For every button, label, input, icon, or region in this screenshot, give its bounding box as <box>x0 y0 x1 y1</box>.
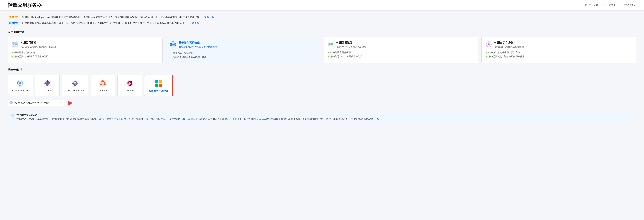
card-title-group-os: 基于操作系统镜像 服务器提供纯操作系统，手动搭建应用 <box>179 41 217 49</box>
promo-link-general[interactable]: 了解更多↗ <box>190 21 201 25</box>
card-subtitle-template: 服务器创建后启动模板自动构建应用 <box>20 45 56 48</box>
svg-rect-12 <box>13 44 14 45</box>
card-features-template: ✓开箱即用，简单方便 ✓推荐需要快速构建应用的用户使用 <box>12 51 158 59</box>
creation-card-container[interactable]: 使用容器镜像 基于Docker容器镜像构建应用 ✓快速部署容器化应用 ✓推荐熟悉… <box>324 37 478 63</box>
billing-icon: i <box>603 3 606 7</box>
promo-tag-general: 通用优惠 <box>8 21 20 25</box>
svg-rect-7 <box>622 4 623 5</box>
promo-text-special: 轻量应用服务器Lighthouse跨境电商用户专属优惠活动，免费提供固定独立的公… <box>22 15 202 19</box>
creation-method-section: 应用创建方式 <box>8 30 636 63</box>
svg-rect-66 <box>159 84 162 87</box>
external-link-icon-1: ↗ <box>214 16 216 18</box>
feature-item: ✓推荐熟悉Docker容器的用户使用 <box>328 55 474 59</box>
os-name-debian: Debian <box>126 89 134 92</box>
svg-rect-63 <box>155 80 158 83</box>
svg-point-71 <box>12 114 13 115</box>
os-cards-row: OpenCloudOS <box>8 75 636 96</box>
card-title-container: 使用容器镜像 <box>336 41 366 45</box>
os-image-icon <box>170 41 176 48</box>
red-arrow-svg <box>68 99 86 107</box>
card-title-group-container: 使用容器镜像 基于Docker容器镜像构建应用 <box>336 41 366 48</box>
os-card-windows[interactable]: Windows Server <box>144 75 173 96</box>
svg-point-33 <box>19 82 21 84</box>
os-name-windows: Windows Server <box>149 89 168 92</box>
page-title: 轻量应用服务器 <box>8 2 42 8</box>
os-section-info-icon[interactable]: i <box>20 68 23 71</box>
os-name-ubuntu: Ubuntu <box>99 89 107 92</box>
promo-banner-special: 专属优惠 轻量应用服务器Lighthouse跨境电商用户专属优惠活动，免费提供固… <box>8 15 636 19</box>
card-features-custom: ✓快速复制已构建应用，灵活高效 ✓推荐需要复制、迁移应用的用户使用 <box>486 51 632 59</box>
creation-card-custom[interactable]: 使用自定义镜像 使用自定义镜像快速构建应用 ✓快速复制已构建应用，灵活高效 ✓推… <box>482 37 636 63</box>
check-icon: ✓ <box>486 51 487 54</box>
card-subtitle-container: 基于Docker容器镜像构建应用 <box>336 45 366 48</box>
svg-rect-64 <box>159 80 162 83</box>
promo-banners: 专属优惠 轻量应用服务器Lighthouse跨境电商用户专属优惠活动，免费提供固… <box>8 15 636 25</box>
svg-rect-65 <box>155 84 158 87</box>
card-features-os: ✓灵活构建，随心所欲 ✓推荐具备较强技术能力的用户使用 <box>170 51 316 59</box>
svg-line-61 <box>104 84 105 84</box>
nav-docs[interactable]: 产品文档 <box>585 3 598 7</box>
feature-item: ✓快速部署容器化应用 <box>328 51 474 55</box>
os-card-debian[interactable]: Debian <box>117 75 142 96</box>
card-header-custom: 使用自定义镜像 使用自定义镜像快速构建应用 <box>486 41 632 48</box>
template-icon <box>12 41 18 48</box>
red-arrow-annotation <box>68 99 86 107</box>
document-icon <box>585 3 588 7</box>
info-box-text: Windows Server (DataCenter 64bit)是微软推出的W… <box>16 117 386 121</box>
svg-rect-11 <box>12 42 18 44</box>
os-name-opencloudos: OpenCloudOS <box>12 89 28 92</box>
check-icon: ✓ <box>170 55 172 58</box>
svg-line-60 <box>101 84 102 84</box>
card-header-template: 使用应用模板 服务器创建后启动模板自动构建应用 <box>12 41 158 48</box>
svg-point-27 <box>488 44 490 45</box>
creation-cards: 使用应用模板 服务器创建后启动模板自动构建应用 ✓开箱即用，简单方便 ✓推荐需要… <box>8 37 636 63</box>
opencloudos-icon <box>16 79 25 88</box>
os-card-centos[interactable]: CentOS <box>35 75 60 96</box>
windows-icon <box>154 79 163 88</box>
svg-rect-14 <box>15 44 17 45</box>
version-select-wrapper: Windows Server 2022 中文版 Windows Server 2… <box>8 100 64 106</box>
check-icon: ✓ <box>12 51 13 54</box>
card-title-os: 基于操作系统镜像 <box>179 41 217 45</box>
feature-item: ✓推荐需要复制、迁移应用的用户使用 <box>486 55 632 59</box>
card-title-group-template: 使用应用模板 服务器创建后启动模板自动构建应用 <box>20 41 56 48</box>
os-mirror-section: 系统镜像 i <box>8 68 636 124</box>
nav-billing[interactable]: i 计费说明 <box>603 3 616 7</box>
card-header-os: 基于操作系统镜像 服务器提供纯操作系统，手动搭建应用 <box>170 41 316 49</box>
card-header-container: 使用容器镜像 基于Docker容器镜像构建应用 <box>328 41 474 48</box>
svg-rect-13 <box>13 45 15 45</box>
creation-card-template[interactable]: 使用应用模板 服务器创建后启动模板自动构建应用 ✓开箱即用，简单方便 ✓推荐需要… <box>8 37 162 63</box>
os-card-centos-stream[interactable]: CentOS Stream <box>62 75 88 96</box>
promo-banner-general: 通用优惠 轻量数据库服务新购享超低折扣；轻量DDoS高防包优惠低至0.6折起，1… <box>8 21 636 25</box>
container-icon <box>328 41 334 48</box>
svg-rect-23 <box>332 43 333 45</box>
os-card-opencloudos[interactable]: OpenCloudOS <box>8 75 33 96</box>
svg-rect-22 <box>331 43 332 45</box>
main-content: 专属优惠 轻量应用服务器Lighthouse跨境电商用户专属优惠活动，免费提供固… <box>0 10 644 133</box>
creation-section-title: 应用创建方式 <box>8 30 636 34</box>
promo-tag-special: 专属优惠 <box>8 15 20 19</box>
card-subtitle-os: 服务器提供纯操作系统，手动搭建应用 <box>179 45 217 49</box>
os-card-ubuntu[interactable]: Ubuntu <box>91 75 115 96</box>
check-icon: ✓ <box>486 55 487 58</box>
check-icon: ✓ <box>328 51 329 54</box>
card-title-template: 使用应用模板 <box>20 41 56 45</box>
centos-icon <box>43 79 52 88</box>
feature-item: ✓推荐具备较强技术能力的用户使用 <box>170 55 316 59</box>
check-icon: ✓ <box>170 51 172 54</box>
card-features-container: ✓快速部署容器化应用 ✓推荐熟悉Docker容器的用户使用 <box>328 51 474 59</box>
svg-text:i: i <box>604 4 604 6</box>
feature-item: ✓灵活构建，随心所欲 <box>170 51 316 55</box>
card-title-custom: 使用自定义镜像 <box>494 41 524 45</box>
svg-point-53 <box>74 83 76 84</box>
page-wrapper: 轻量应用服务器 产品文档 i <box>0 0 644 220</box>
info-box-title: Windows Server <box>16 113 386 116</box>
nav-console[interactable]: 产品控制台 <box>621 3 636 7</box>
version-select[interactable]: Windows Server 2022 中文版 Windows Server 2… <box>8 100 64 106</box>
promo-link-special[interactable]: 了解更多↗ <box>204 15 216 19</box>
creation-card-os[interactable]: 基于操作系统镜像 服务器提供纯操作系统，手动搭建应用 ✓灵活构建，随心所欲 ✓推… <box>166 37 320 63</box>
ubuntu-icon <box>98 79 108 88</box>
grid-icon <box>621 3 623 7</box>
feature-item: ✓推荐需要快速构建应用的用户使用 <box>12 55 158 59</box>
promo-text-general: 轻量数据库服务新购享超低折扣；轻量DDoS高防包优惠低至0.6折起，10G防护年… <box>22 21 187 25</box>
